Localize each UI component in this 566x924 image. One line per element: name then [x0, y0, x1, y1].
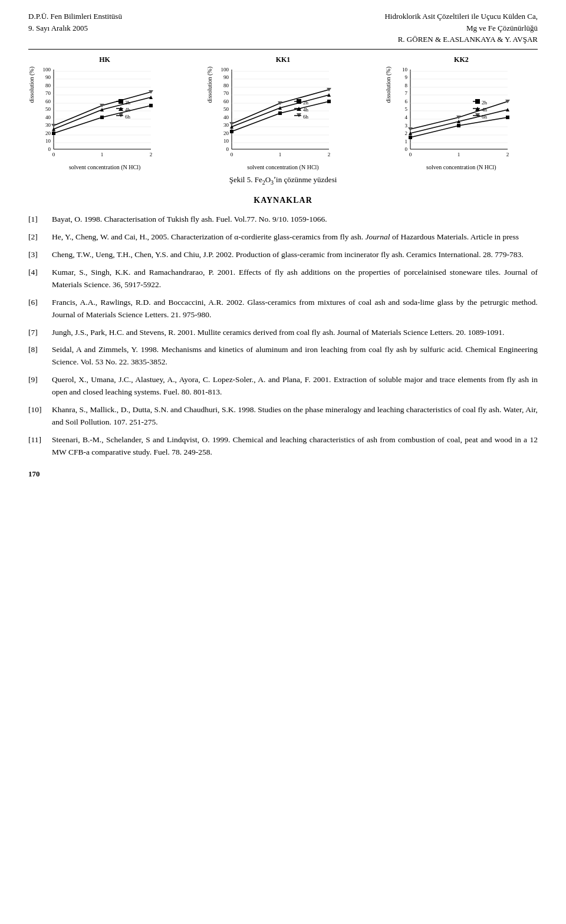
ref-text-8: Seidal, A and Zimmels, Y. 1998. Mechanis… — [52, 344, 538, 369]
reference-item-3: [3] Cheng, T.W., Ueng, T.H., Chen, Y.S. … — [28, 249, 538, 261]
chart-kk2-svg: 0 1 2 3 4 5 6 7 8 9 10 0 1 2 — [393, 67, 511, 164]
svg-text:60: 60 — [45, 98, 51, 104]
svg-text:4h: 4h — [482, 107, 488, 113]
svg-text:2: 2 — [404, 130, 407, 136]
svg-text:0: 0 — [409, 152, 412, 157]
ref-number-2: [2] — [28, 231, 52, 244]
reference-list: [1] Bayat, O. 1998. Characterisation of … — [28, 213, 538, 459]
ref-text-2: He, Y., Cheng, W. and Cai, H., 2005. Cha… — [52, 231, 538, 244]
svg-rect-28 — [149, 104, 153, 107]
svg-text:4h: 4h — [303, 107, 309, 113]
svg-text:4: 4 — [404, 114, 407, 120]
svg-text:1: 1 — [279, 152, 282, 157]
ref-text-3: Cheng, T.W., Ueng, T.H., Chen, Y.S. and … — [52, 249, 538, 261]
svg-rect-27 — [100, 116, 104, 119]
ref-number-1: [1] — [28, 213, 52, 226]
svg-text:40: 40 — [223, 114, 229, 120]
chart-hk-xlabel: solvent concentration (N HCl) — [28, 164, 181, 170]
svg-text:2: 2 — [150, 152, 153, 157]
issue-date: 9. Sayı Aralık 2005 — [28, 22, 122, 34]
svg-marker-29 — [52, 127, 55, 131]
ref-number-3: [3] — [28, 249, 52, 261]
ref-text-10: Khanra, S., Mallick., D., Dutta, S.N. an… — [52, 404, 538, 429]
header-right: Hidroklorik Asit Çözeltileri ile Uçucu K… — [384, 11, 538, 45]
footer: 170 — [28, 469, 538, 479]
charts-row: HK dissolution (%) 0 10 20 30 40 50 60 — [28, 55, 538, 170]
chart-kk1-xlabel: solvent concentration (N HCl) — [206, 164, 359, 170]
svg-rect-116 — [506, 116, 509, 119]
ref-number-4: [4] — [28, 267, 52, 291]
reference-item-1: [1] Bayat, O. 1998. Characterisation of … — [28, 213, 538, 226]
svg-text:2: 2 — [506, 152, 509, 157]
svg-text:3: 3 — [404, 123, 407, 129]
svg-text:80: 80 — [223, 83, 229, 88]
ref-text-11: Steenari, B.-M., Schelander, S and Lindq… — [52, 434, 538, 459]
chart-kk2: KK2 dissolution (%) 0 1 2 3 4 5 6 7 8 9 — [385, 55, 538, 170]
svg-text:2: 2 — [328, 152, 331, 157]
chart-kk1-title: KK1 — [206, 55, 359, 64]
chart-kk2-ylabel: dissolution (%) — [385, 67, 391, 103]
svg-text:1: 1 — [458, 152, 460, 157]
svg-text:7: 7 — [404, 90, 407, 96]
svg-marker-122 — [505, 100, 510, 103]
svg-text:40: 40 — [45, 114, 51, 120]
svg-text:1: 1 — [404, 139, 407, 144]
svg-text:6: 6 — [404, 98, 407, 104]
reference-item-9: [9] Querol, X., Umana, J.C., Alastuey, A… — [28, 374, 538, 399]
reference-item-8: [8] Seidal, A and Zimmels, Y. 1998. Mech… — [28, 344, 538, 369]
svg-text:10: 10 — [402, 67, 408, 73]
header-left: D.P.Ü. Fen Bilimleri Enstitüsü 9. Sayı A… — [28, 11, 122, 34]
ref-text-7: Jungh, J.S., Park, H.C. and Stevens, R. … — [52, 327, 538, 339]
svg-rect-70 — [230, 130, 233, 133]
svg-text:4h: 4h — [125, 107, 131, 113]
svg-marker-76 — [229, 122, 234, 126]
svg-text:10: 10 — [45, 138, 51, 144]
svg-text:60: 60 — [223, 98, 229, 104]
ref-text-9: Querol, X., Umana, J.C., Alastuey, A., A… — [52, 374, 538, 399]
ref-number-8: [8] — [28, 344, 52, 369]
svg-text:50: 50 — [223, 106, 229, 112]
article-title-line1: Hidroklorik Asit Çözeltileri ile Uçucu K… — [384, 11, 538, 22]
svg-text:0: 0 — [48, 146, 51, 152]
svg-text:30: 30 — [45, 122, 51, 128]
chart-kk1-ylabel: dissolution (%) — [206, 67, 213, 103]
svg-text:0: 0 — [231, 152, 233, 157]
page: D.P.Ü. Fen Bilimleri Enstitüsü 9. Sayı A… — [0, 0, 566, 496]
svg-text:20: 20 — [223, 130, 229, 136]
svg-rect-114 — [409, 136, 412, 139]
article-title-line2: Mg ve Fe Çözünürlüğü — [384, 22, 538, 34]
institution-name: D.P.Ü. Fen Bilimleri Enstitüsü — [28, 11, 122, 22]
ref-number-7: [7] — [28, 327, 52, 339]
svg-text:1: 1 — [101, 152, 104, 157]
svg-text:2h: 2h — [125, 100, 131, 106]
ref-number-10: [10] — [28, 404, 52, 429]
svg-text:10: 10 — [223, 138, 229, 144]
svg-rect-72 — [327, 100, 331, 103]
svg-text:6h: 6h — [303, 114, 309, 120]
reference-item-2: [2] He, Y., Cheng, W. and Cai, H., 2005.… — [28, 231, 538, 244]
chart-hk: HK dissolution (%) 0 10 20 30 40 50 60 — [28, 55, 181, 170]
svg-text:100: 100 — [221, 67, 229, 73]
svg-text:0: 0 — [404, 146, 407, 152]
svg-rect-71 — [278, 111, 282, 115]
svg-rect-26 — [52, 131, 55, 135]
chart-hk-svg: 0 10 20 30 40 50 60 70 80 90 100 0 1 2 — [36, 67, 154, 164]
svg-text:80: 80 — [45, 83, 51, 88]
chart-kk1: KK1 dissolution (%) 0 10 20 30 40 50 60 … — [206, 55, 359, 170]
svg-text:90: 90 — [223, 74, 229, 80]
svg-text:6h: 6h — [125, 114, 131, 120]
svg-text:70: 70 — [223, 90, 229, 96]
figure-caption: Şekil 5. Fe2O3ʼin çözünme yüzdesi — [28, 175, 538, 186]
svg-text:8: 8 — [404, 83, 407, 88]
svg-text:6h: 6h — [482, 114, 488, 120]
svg-text:30: 30 — [223, 122, 229, 128]
ref-text-4: Kumar, S., Singh, K.K. and Ramachandrara… — [52, 267, 538, 291]
svg-text:2h: 2h — [482, 100, 488, 106]
reference-item-11: [11] Steenari, B.-M., Schelander, S and … — [28, 434, 538, 459]
ref-number-6: [6] — [28, 297, 52, 321]
svg-text:9: 9 — [404, 74, 407, 80]
svg-text:5: 5 — [404, 106, 407, 112]
page-number: 170 — [28, 469, 40, 478]
reference-item-10: [10] Khanra, S., Mallick., D., Dutta, S.… — [28, 404, 538, 429]
ref-number-9: [9] — [28, 374, 52, 399]
